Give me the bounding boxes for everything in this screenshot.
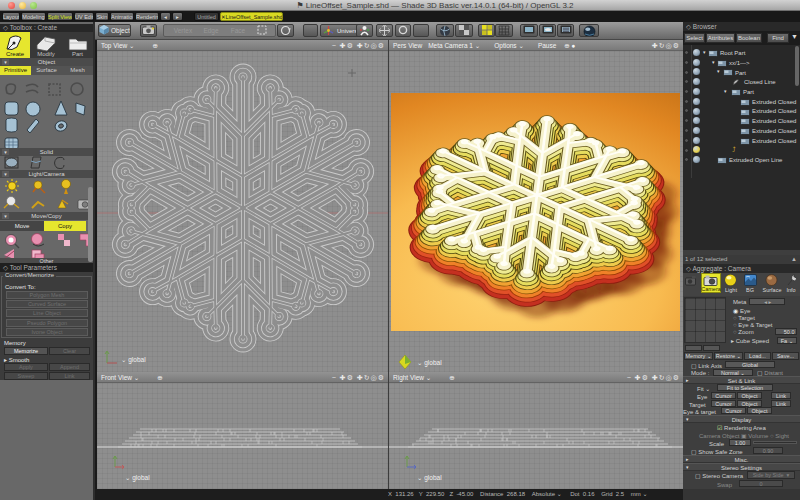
svg-text:⌄ global: ⌄ global	[417, 359, 442, 367]
svg-text:⌄ global: ⌄ global	[417, 474, 442, 482]
svg-text:⌄ global: ⌄ global	[125, 474, 150, 482]
svg-text:⌄ global: ⌄ global	[121, 356, 146, 364]
